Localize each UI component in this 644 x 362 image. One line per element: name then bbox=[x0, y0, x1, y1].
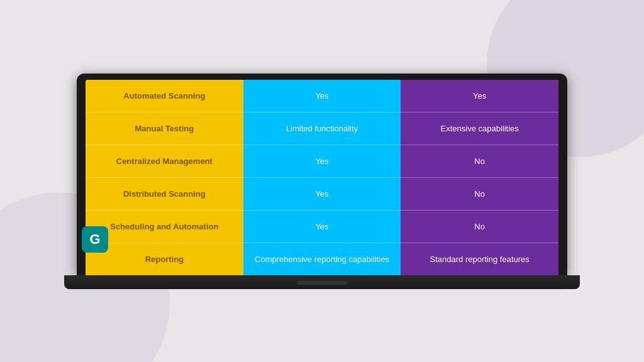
comparison-table: Automated ScanningYesYesManual TestingLi… bbox=[86, 80, 558, 275]
product2-cell: Extensive capabilities bbox=[401, 112, 558, 145]
product1-cell: Yes bbox=[243, 177, 401, 210]
table-row: Scheduling and AutomationYesNo bbox=[86, 210, 558, 243]
product2-cell: No bbox=[401, 210, 558, 243]
table-row: Centralized ManagementYesNo bbox=[86, 145, 558, 177]
table-row: ReportingComprehensive reporting capabil… bbox=[86, 243, 558, 275]
table-row: Distributed ScanningYesNo bbox=[86, 177, 558, 210]
product1-cell: Comprehensive reporting capabilities bbox=[243, 243, 401, 275]
product2-cell: Standard reporting features bbox=[401, 243, 558, 275]
feature-cell: Distributed Scanning bbox=[86, 177, 243, 210]
feature-cell: Manual Testing bbox=[86, 112, 243, 145]
product2-cell: No bbox=[401, 145, 558, 177]
feature-cell: Scheduling and Automation bbox=[86, 210, 243, 243]
laptop-notch bbox=[297, 281, 347, 285]
feature-cell: Automated Scanning bbox=[86, 80, 243, 112]
laptop-base bbox=[64, 275, 580, 289]
table-row: Manual TestingLimited functionalityExten… bbox=[86, 112, 558, 145]
feature-cell: Reporting bbox=[86, 243, 243, 275]
product1-cell: Yes bbox=[243, 145, 401, 177]
logo-overlay: G bbox=[82, 226, 108, 253]
feature-cell: Centralized Management bbox=[86, 145, 243, 177]
product1-cell: Yes bbox=[243, 80, 401, 112]
product1-cell: Yes bbox=[243, 210, 401, 243]
laptop-wrapper: Automated ScanningYesYesManual TestingLi… bbox=[64, 74, 580, 289]
laptop-screen: Automated ScanningYesYesManual TestingLi… bbox=[77, 74, 567, 275]
screen-content: Automated ScanningYesYesManual TestingLi… bbox=[86, 80, 558, 275]
product2-cell: Yes bbox=[401, 80, 558, 112]
product2-cell: No bbox=[401, 177, 558, 210]
table-row: Automated ScanningYesYes bbox=[86, 80, 558, 112]
product1-cell: Limited functionality bbox=[243, 112, 401, 145]
